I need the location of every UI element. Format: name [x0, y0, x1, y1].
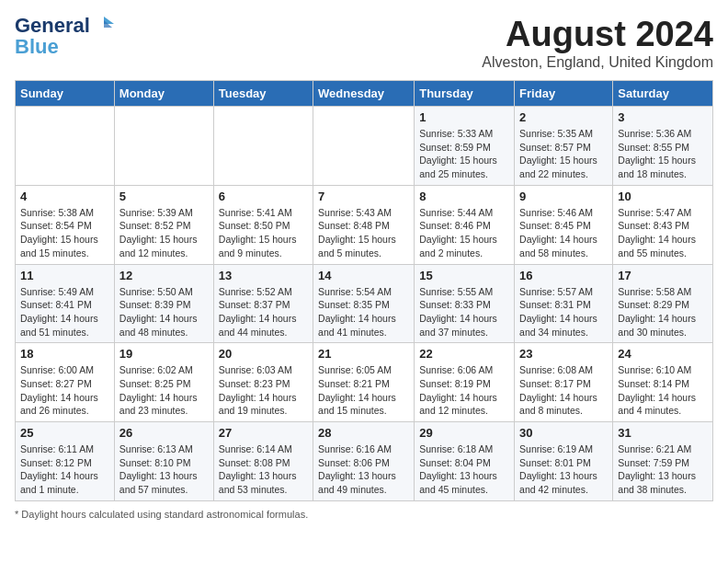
- day-cell: 6Sunrise: 5:41 AMSunset: 8:50 PMDaylight…: [213, 185, 313, 264]
- day-cell: 17Sunrise: 5:58 AMSunset: 8:29 PMDayligh…: [613, 264, 713, 343]
- week-row-5: 25Sunrise: 6:11 AMSunset: 8:12 PMDayligh…: [16, 422, 713, 501]
- day-info: Sunrise: 5:39 AMSunset: 8:52 PMDaylight:…: [119, 206, 209, 260]
- day-number: 25: [20, 426, 109, 440]
- day-info: Sunrise: 6:14 AMSunset: 8:08 PMDaylight:…: [219, 442, 308, 497]
- logo-bird-icon: [94, 15, 114, 33]
- day-number: 13: [219, 269, 308, 282]
- day-info: Sunrise: 5:36 AMSunset: 8:55 PMDaylight:…: [618, 127, 708, 181]
- weekday-header-sunday: Sunday: [16, 81, 115, 107]
- location-title: Alveston, England, United Kingdom: [482, 54, 713, 71]
- day-info: Sunrise: 5:49 AMSunset: 8:41 PMDaylight:…: [20, 285, 109, 339]
- logo-blue: Blue: [15, 37, 59, 57]
- day-cell: 18Sunrise: 6:00 AMSunset: 8:27 PMDayligh…: [16, 343, 115, 422]
- day-cell: 23Sunrise: 6:08 AMSunset: 8:17 PMDayligh…: [515, 343, 613, 422]
- day-cell: [313, 107, 415, 186]
- day-cell: 11Sunrise: 5:49 AMSunset: 8:41 PMDayligh…: [16, 264, 115, 343]
- day-number: 1: [419, 110, 509, 124]
- day-info: Sunrise: 5:46 AMSunset: 8:45 PMDaylight:…: [519, 206, 608, 260]
- day-number: 11: [20, 269, 109, 282]
- day-info: Sunrise: 5:38 AMSunset: 8:54 PMDaylight:…: [20, 206, 109, 260]
- day-info: Sunrise: 5:58 AMSunset: 8:29 PMDaylight:…: [618, 285, 708, 339]
- day-cell: 4Sunrise: 5:38 AMSunset: 8:54 PMDaylight…: [16, 185, 115, 264]
- day-info: Sunrise: 6:05 AMSunset: 8:21 PMDaylight:…: [318, 363, 409, 418]
- weekday-header-tuesday: Tuesday: [213, 81, 313, 107]
- day-info: Sunrise: 5:57 AMSunset: 8:31 PMDaylight:…: [519, 285, 608, 339]
- day-number: 28: [318, 426, 409, 440]
- day-info: Sunrise: 5:44 AMSunset: 8:46 PMDaylight:…: [419, 206, 509, 260]
- day-number: 16: [519, 269, 608, 282]
- day-number: 18: [20, 347, 109, 361]
- calendar-table: SundayMondayTuesdayWednesdayThursdayFrid…: [15, 80, 713, 501]
- day-cell: [16, 107, 115, 186]
- day-info: Sunrise: 6:06 AMSunset: 8:19 PMDaylight:…: [419, 363, 509, 418]
- day-cell: 5Sunrise: 5:39 AMSunset: 8:52 PMDaylight…: [114, 185, 213, 264]
- day-cell: 12Sunrise: 5:50 AMSunset: 8:39 PMDayligh…: [114, 264, 213, 343]
- day-info: Sunrise: 6:00 AMSunset: 8:27 PMDaylight:…: [20, 363, 109, 418]
- day-number: 4: [20, 190, 109, 203]
- weekday-header-friday: Friday: [515, 81, 613, 107]
- day-number: 22: [419, 347, 509, 361]
- day-cell: 13Sunrise: 5:52 AMSunset: 8:37 PMDayligh…: [213, 264, 313, 343]
- day-cell: 19Sunrise: 6:02 AMSunset: 8:25 PMDayligh…: [114, 343, 213, 422]
- day-cell: 24Sunrise: 6:10 AMSunset: 8:14 PMDayligh…: [613, 343, 713, 422]
- day-info: Sunrise: 6:11 AMSunset: 8:12 PMDaylight:…: [20, 442, 109, 497]
- day-number: 21: [318, 347, 409, 361]
- day-info: Sunrise: 5:50 AMSunset: 8:39 PMDaylight:…: [119, 285, 209, 339]
- day-number: 5: [119, 190, 209, 203]
- day-cell: 28Sunrise: 6:16 AMSunset: 8:06 PMDayligh…: [313, 422, 415, 501]
- day-cell: 22Sunrise: 6:06 AMSunset: 8:19 PMDayligh…: [415, 343, 515, 422]
- week-row-3: 11Sunrise: 5:49 AMSunset: 8:41 PMDayligh…: [16, 264, 713, 343]
- day-info: Sunrise: 5:47 AMSunset: 8:43 PMDaylight:…: [618, 206, 708, 260]
- day-info: Sunrise: 5:55 AMSunset: 8:33 PMDaylight:…: [419, 285, 509, 339]
- week-row-2: 4Sunrise: 5:38 AMSunset: 8:54 PMDaylight…: [16, 185, 713, 264]
- day-info: Sunrise: 5:35 AMSunset: 8:57 PMDaylight:…: [519, 127, 608, 181]
- weekday-header-monday: Monday: [114, 81, 213, 107]
- day-cell: 20Sunrise: 6:03 AMSunset: 8:23 PMDayligh…: [213, 343, 313, 422]
- weekday-header-saturday: Saturday: [613, 81, 713, 107]
- day-cell: 2Sunrise: 5:35 AMSunset: 8:57 PMDaylight…: [515, 107, 613, 186]
- day-number: 7: [318, 190, 409, 203]
- footer-note: * Daylight hours calculated using standa…: [15, 509, 713, 520]
- day-info: Sunrise: 6:02 AMSunset: 8:25 PMDaylight:…: [119, 363, 209, 418]
- day-cell: 29Sunrise: 6:18 AMSunset: 8:04 PMDayligh…: [415, 422, 515, 501]
- day-info: Sunrise: 5:54 AMSunset: 8:35 PMDaylight:…: [318, 285, 409, 339]
- day-number: 20: [219, 347, 308, 361]
- weekday-header-wednesday: Wednesday: [313, 81, 415, 107]
- day-number: 17: [618, 269, 708, 282]
- day-info: Sunrise: 6:16 AMSunset: 8:06 PMDaylight:…: [318, 442, 409, 497]
- day-info: Sunrise: 6:21 AMSunset: 7:59 PMDaylight:…: [618, 442, 708, 497]
- week-row-4: 18Sunrise: 6:00 AMSunset: 8:27 PMDayligh…: [16, 343, 713, 422]
- day-number: 23: [519, 347, 608, 361]
- day-number: 9: [519, 190, 608, 203]
- day-cell: 14Sunrise: 5:54 AMSunset: 8:35 PMDayligh…: [313, 264, 415, 343]
- day-cell: 21Sunrise: 6:05 AMSunset: 8:21 PMDayligh…: [313, 343, 415, 422]
- day-number: 10: [618, 190, 708, 203]
- day-cell: 25Sunrise: 6:11 AMSunset: 8:12 PMDayligh…: [16, 422, 115, 501]
- title-area: August 2024 Alveston, England, United Ki…: [482, 15, 713, 71]
- day-number: 19: [119, 347, 209, 361]
- day-cell: [213, 107, 313, 186]
- day-number: 2: [519, 110, 608, 124]
- day-cell: 30Sunrise: 6:19 AMSunset: 8:01 PMDayligh…: [515, 422, 613, 501]
- day-info: Sunrise: 6:18 AMSunset: 8:04 PMDaylight:…: [419, 442, 509, 497]
- page-header: General Blue August 2024 Alveston, Engla…: [15, 15, 713, 71]
- day-info: Sunrise: 6:08 AMSunset: 8:17 PMDaylight:…: [519, 363, 608, 418]
- weekday-header-thursday: Thursday: [415, 81, 515, 107]
- day-info: Sunrise: 5:43 AMSunset: 8:48 PMDaylight:…: [318, 206, 409, 260]
- day-cell: 15Sunrise: 5:55 AMSunset: 8:33 PMDayligh…: [415, 264, 515, 343]
- day-number: 29: [419, 426, 509, 440]
- day-info: Sunrise: 5:33 AMSunset: 8:59 PMDaylight:…: [419, 127, 509, 181]
- day-cell: 26Sunrise: 6:13 AMSunset: 8:10 PMDayligh…: [114, 422, 213, 501]
- logo: General Blue: [15, 15, 114, 57]
- day-cell: 27Sunrise: 6:14 AMSunset: 8:08 PMDayligh…: [213, 422, 313, 501]
- day-number: 14: [318, 269, 409, 282]
- day-number: 8: [419, 190, 509, 203]
- day-number: 3: [618, 110, 708, 124]
- day-info: Sunrise: 6:13 AMSunset: 8:10 PMDaylight:…: [119, 442, 209, 497]
- day-number: 6: [219, 190, 308, 203]
- day-info: Sunrise: 5:41 AMSunset: 8:50 PMDaylight:…: [219, 206, 308, 260]
- day-cell: 7Sunrise: 5:43 AMSunset: 8:48 PMDaylight…: [313, 185, 415, 264]
- day-cell: 16Sunrise: 5:57 AMSunset: 8:31 PMDayligh…: [515, 264, 613, 343]
- day-cell: 8Sunrise: 5:44 AMSunset: 8:46 PMDaylight…: [415, 185, 515, 264]
- weekday-header-row: SundayMondayTuesdayWednesdayThursdayFrid…: [16, 81, 713, 107]
